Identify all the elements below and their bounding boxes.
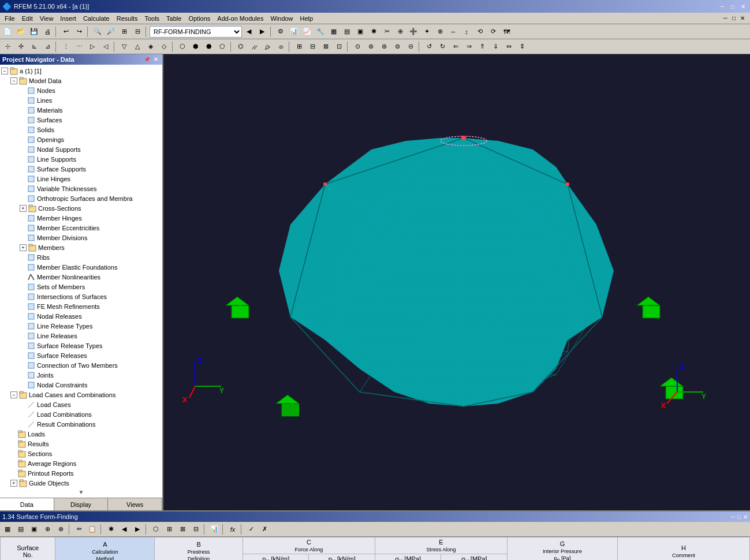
minimize-button[interactable]: ─	[718, 2, 727, 10]
tree-results[interactable]: Results	[1, 439, 161, 449]
prev-case-button[interactable]: ◀	[242, 25, 255, 38]
tb1-btn8[interactable]: ✱	[367, 25, 380, 38]
tb2-btn14[interactable]: ⬢	[189, 40, 202, 53]
tb2-btn20[interactable]: ⌯	[274, 40, 287, 53]
root-expand[interactable]: −	[1, 68, 8, 74]
bt-cancel[interactable]: ✗	[258, 523, 271, 536]
undo-button[interactable]: ↩	[59, 25, 72, 38]
tb2-btn3[interactable]: ⊾	[28, 40, 40, 53]
tree-nodal-supports[interactable]: Nodal Supports	[1, 144, 161, 154]
window-close-btn[interactable]: ✕	[738, 14, 747, 22]
tb2-btn17[interactable]: ⌬	[234, 40, 247, 53]
tb2-btn27[interactable]: ⊛	[378, 40, 390, 53]
bt-edit[interactable]: ✓	[245, 523, 258, 536]
tb2-btn37[interactable]: ⇕	[516, 40, 528, 53]
tb2-btn26[interactable]: ⊚	[364, 40, 377, 53]
tree-orthotropic[interactable]: Orthotropic Surfaces and Membra	[1, 193, 161, 203]
tree-line-release-types[interactable]: Line Release Types	[1, 321, 161, 331]
tb2-btn8[interactable]: ◁	[99, 40, 112, 53]
tb1-btn4[interactable]: 🔧	[314, 25, 327, 38]
zoom-all-button[interactable]: ⊞	[118, 25, 130, 38]
tb1-btn9[interactable]: ✂	[380, 25, 393, 38]
window-controls[interactable]: ─ □ ✕	[718, 2, 748, 10]
bt-fx[interactable]: fx	[226, 523, 239, 536]
tb2-btn30[interactable]: ↺	[423, 40, 435, 53]
load-case-combo[interactable]: RF-FORM-FINDING	[150, 26, 242, 38]
menu-results[interactable]: Results	[113, 14, 141, 23]
tree-members[interactable]: + Members	[1, 242, 161, 252]
menu-edit[interactable]: Edit	[18, 14, 36, 23]
zoom-window-button[interactable]: ⊟	[131, 25, 144, 38]
bt-btn4[interactable]: ⊕	[41, 523, 54, 536]
tree-average-regions[interactable]: Average Regions	[1, 458, 161, 468]
tb2-btn16[interactable]: ⬠	[216, 40, 229, 53]
tree-variable-thicknesses[interactable]: Variable Thicknesses	[1, 184, 161, 193]
tb1-btn2[interactable]: 📊	[288, 25, 300, 38]
menu-table[interactable]: Table	[163, 14, 185, 23]
nav-close-button[interactable]: ✕	[152, 55, 160, 64]
tree-surface-release-types[interactable]: Surface Release Types	[1, 341, 161, 350]
next-case-button[interactable]: ▶	[256, 25, 268, 38]
tree-surface-supports[interactable]: Surface Supports	[1, 164, 161, 174]
window-max-btn[interactable]: □	[730, 14, 737, 22]
maximize-button[interactable]: □	[728, 2, 737, 10]
tree-root[interactable]: − a (1) [1]	[1, 66, 161, 76]
tb2-btn34[interactable]: ⇑	[476, 40, 488, 53]
tree-surface-releases[interactable]: Surface Releases	[1, 350, 161, 360]
nav-tab-display[interactable]: Display	[54, 498, 109, 510]
tree-member-nonlinear[interactable]: Member Nonlinearities	[1, 272, 161, 282]
nav-pin-button[interactable]: 📌	[143, 55, 151, 64]
tb2-btn28[interactable]: ⊜	[391, 40, 404, 53]
tree-model-data[interactable]: − Model Data	[1, 76, 161, 85]
tree-cross-sections[interactable]: + Cross-Sections	[1, 203, 161, 213]
bt-btn15[interactable]: 📊	[208, 523, 221, 536]
tb1-btn1[interactable]: ⚙	[274, 25, 287, 38]
viewport[interactable]: .mesh-line { stroke: #00aaaa; stroke-wid…	[163, 54, 750, 510]
tree-member-eccentricities[interactable]: Member Eccentricities	[1, 223, 161, 233]
tree-load-combinations[interactable]: Load Combinations	[1, 409, 161, 419]
cross-sections-expand[interactable]: +	[20, 205, 27, 212]
tb2-btn18[interactable]: ⌭	[248, 40, 260, 53]
menu-view[interactable]: View	[36, 14, 57, 23]
bottom-panel-close[interactable]: ✕	[743, 514, 748, 520]
tree-sets-of-members[interactable]: Sets of Members	[1, 282, 161, 292]
nav-tab-data[interactable]: Data	[0, 498, 54, 510]
close-button[interactable]: ✕	[738, 2, 748, 10]
bottom-panel-minimize[interactable]: ─	[731, 514, 735, 520]
bt-btn13[interactable]: ⊠	[176, 523, 189, 536]
tree-nodal-releases[interactable]: Nodal Releases	[1, 311, 161, 321]
bt-btn14[interactable]: ⊟	[189, 523, 202, 536]
tree-intersections[interactable]: Intersections of Surfaces	[1, 292, 161, 301]
tb2-btn12[interactable]: ◇	[158, 40, 170, 53]
tree-nodal-constraints[interactable]: Nodal Constraints	[1, 380, 161, 390]
nav-tab-views[interactable]: Views	[108, 498, 162, 510]
tree-member-elastic[interactable]: Member Elastic Foundations	[1, 262, 161, 272]
tb2-btn11[interactable]: ◈	[144, 40, 157, 53]
tree-load-cases[interactable]: Load Cases	[1, 400, 161, 409]
tree-line-releases[interactable]: Line Releases	[1, 331, 161, 341]
bt-btn5[interactable]: ⊗	[54, 523, 67, 536]
tree-printout-reports[interactable]: Printout Reports	[1, 468, 161, 478]
tree-materials[interactable]: Materials	[1, 105, 161, 115]
tb2-btn35[interactable]: ⇓	[489, 40, 502, 53]
tb2-btn33[interactable]: ⇒	[462, 40, 475, 53]
tb2-btn2[interactable]: ✢	[14, 40, 27, 53]
tree-loads[interactable]: Loads	[1, 429, 161, 439]
tree-solids[interactable]: Solids	[1, 125, 161, 135]
tb2-btn15[interactable]: ⬣	[203, 40, 215, 53]
save-button[interactable]: 💾	[28, 25, 40, 38]
tb2-btn19[interactable]: ⌮	[261, 40, 274, 53]
tb1-btn6[interactable]: ▤	[341, 25, 353, 38]
bt-btn1[interactable]: ▦	[1, 523, 14, 536]
menu-insert[interactable]: Insert	[57, 14, 80, 23]
tb1-btn5[interactable]: ▦	[327, 25, 340, 38]
tb2-btn10[interactable]: △	[131, 40, 144, 53]
tree-load-cases-combinations[interactable]: − Load Cases and Combinations	[1, 390, 161, 400]
tree-member-hinges[interactable]: Member Hinges	[1, 213, 161, 223]
tb1-btn7[interactable]: ▣	[354, 25, 367, 38]
load-cases-expand[interactable]: −	[10, 391, 17, 398]
tb1-btn11[interactable]: ➕	[407, 25, 420, 38]
new-button[interactable]: 📄	[1, 25, 14, 38]
tb2-btn5[interactable]: ⋮	[59, 40, 72, 53]
bt-btn10[interactable]: ▶	[131, 523, 144, 536]
